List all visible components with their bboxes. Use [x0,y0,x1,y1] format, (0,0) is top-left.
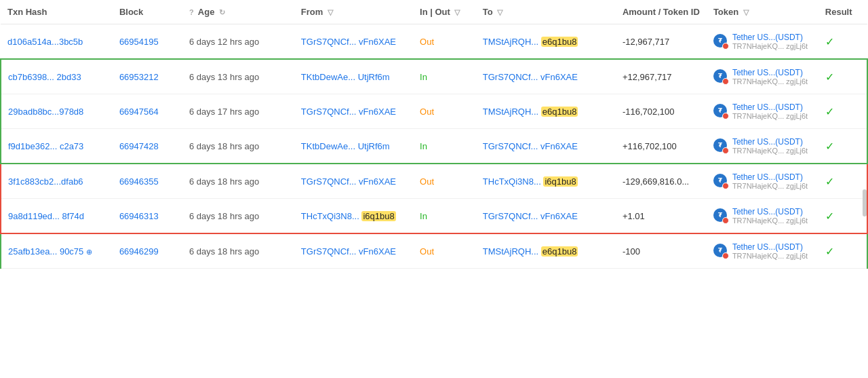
txn-hash-cell: f9d1be362... c2a73 [1,129,113,164]
table-row: 9a8d119ed... 8f74d 66946313 6 days 18 hr… [1,199,867,234]
token-name[interactable]: Tether US...(USDT) [732,68,808,77]
block-number-link[interactable]: 66947428 [119,141,159,151]
col-block: Block [113,0,182,24]
txn-hash-link[interactable]: 9a8d119ed... 8f74d [8,211,84,221]
token-filter-icon[interactable]: ▽ [743,8,749,17]
to-highlight: e6q1bu8 [541,107,578,117]
from-filter-icon[interactable]: ▽ [328,8,333,17]
to-address[interactable]: TGrS7QNCf... vFn6XAE [483,72,578,82]
token-name[interactable]: Tether US...(USDT) [732,207,808,216]
txn-hash-cell: 9a8d119ed... 8f74d [1,199,113,234]
token-icon-badge [722,43,729,50]
result-check-icon: ✓ [825,140,834,152]
transactions-table-wrapper: Txn Hash Block ? Age ↻ From ▽ In | Out ▽ [0,0,868,269]
txn-hash-link[interactable]: d106a514a...3bc5b [7,37,83,47]
result-cell: ✓ [818,164,867,199]
age-value: 6 days 13 hrs ago [189,72,259,82]
token-name[interactable]: Tether US...(USDT) [732,242,808,252]
block-cell: 66953212 [113,59,182,94]
result-check-icon: ✓ [825,176,834,187]
from-cell: TKtbDewAe... UtjRf6m [294,59,413,94]
txn-hash-cell: cb7b6398... 2bd33 [1,59,113,94]
from-cell: THcTxQi3N8... i6q1bu8 [294,199,413,234]
amount-value: +1.01 [623,211,645,221]
direction-cell: In [413,129,476,164]
from-address[interactable]: TGrS7QNCf... vFn6XAE [301,37,396,47]
token-info: Tether US...(USDT) TR7NHajeKQ... zgjLj6t [732,68,808,86]
table-row: 25afb13ea... 90c75 ⊕ 66946299 6 days 18 … [1,233,867,269]
token-name[interactable]: Tether US...(USDT) [732,172,808,182]
token-icon-badge [722,183,729,189]
direction-cell: Out [413,24,476,60]
token-icon: ₮ [713,208,728,223]
to-address[interactable]: TMStAjRQH... e6q1bu8 [483,37,578,47]
token-icon: ₮ [713,138,728,153]
to-address[interactable]: TGrS7QNCf... vFn6XAE [483,141,578,151]
to-address[interactable]: THcTxQi3N8... i6q1bu8 [483,176,578,187]
txn-hash-link[interactable]: f9d1be362... c2a73 [8,141,83,151]
token-sub: TR7NHajeKQ... zgjLj6t [732,112,808,120]
token-name[interactable]: Tether US...(USDT) [732,137,808,147]
from-cell: TGrS7QNCf... vFn6XAE [294,24,413,60]
to-address[interactable]: TMStAjRQH... e6q1bu8 [483,107,578,117]
direction-badge: Out [420,107,434,117]
to-filter-icon[interactable]: ▽ [497,8,502,17]
from-address[interactable]: TKtbDewAe... UtjRf6m [301,141,390,151]
block-number-link[interactable]: 66946313 [119,211,159,221]
txn-copy-icon[interactable]: ⊕ [86,248,92,256]
table-row: f9d1be362... c2a73 66947428 6 days 18 hr… [1,129,867,164]
token-info: Tether US...(USDT) TR7NHajeKQ... zgjLj6t [732,172,808,190]
to-cell: TGrS7QNCf... vFn6XAE [476,199,616,234]
result-cell: ✓ [818,59,867,94]
block-number-link[interactable]: 66954195 [119,37,159,47]
from-address[interactable]: TGrS7QNCf... vFn6XAE [301,176,396,187]
txn-hash-link[interactable]: 3f1c883cb2...dfab6 [8,176,83,187]
amount-cell: +12,967,717 [616,59,707,94]
from-address[interactable]: TGrS7QNCf... vFn6XAE [301,246,396,257]
transactions-table: Txn Hash Block ? Age ↻ From ▽ In | Out ▽ [0,0,868,269]
token-sub: TR7NHajeKQ... zgjLj6t [732,42,808,50]
token-sub: TR7NHajeKQ... zgjLj6t [732,252,808,260]
in-out-filter-icon[interactable]: ▽ [454,8,460,17]
to-address[interactable]: TMStAjRQH... e6q1bu8 [483,246,578,257]
age-value: 6 days 17 hrs ago [189,107,259,117]
token-cell-wrapper: ₮ Tether US...(USDT) TR7NHajeKQ... zgjLj… [707,24,818,60]
block-number-link[interactable]: 66953212 [119,72,159,82]
token-cell-wrapper: ₮ Tether US...(USDT) TR7NHajeKQ... zgjLj… [707,233,818,269]
result-cell: ✓ [818,233,867,269]
token-cell-wrapper: ₮ Tether US...(USDT) TR7NHajeKQ... zgjLj… [707,94,818,129]
txn-hash-link[interactable]: cb7b6398... 2bd33 [8,72,81,82]
to-highlight: e6q1bu8 [541,246,578,257]
token-name[interactable]: Tether US...(USDT) [732,33,808,42]
token-icon-badge [722,147,729,154]
table-row: d106a514a...3bc5b 66954195 6 days 12 hrs… [1,24,867,60]
token-sub: TR7NHajeKQ... zgjLj6t [732,147,808,155]
from-address[interactable]: TGrS7QNCf... vFn6XAE [301,107,396,117]
direction-badge: Out [420,176,434,187]
col-from: From ▽ [294,0,413,24]
token-icon-badge [722,113,729,119]
table-row: 3f1c883cb2...dfab6 66946355 6 days 18 hr… [1,164,867,199]
block-number-link[interactable]: 66946355 [119,176,159,187]
txn-hash-link[interactable]: 29badb8bc...978d8 [8,107,83,117]
direction-cell: Out [413,94,476,129]
from-address[interactable]: THcTxQi3N8... i6q1bu8 [301,211,396,221]
age-help-icon[interactable]: ? [189,8,194,16]
to-address[interactable]: TGrS7QNCf... vFn6XAE [483,211,578,221]
token-cell: ₮ Tether US...(USDT) TR7NHajeKQ... zgjLj… [713,33,812,50]
scrollbar-indicator[interactable] [863,189,867,216]
block-number-link[interactable]: 66946299 [119,246,159,257]
token-icon: ₮ [713,34,728,49]
txn-hash-link[interactable]: 25afb13ea... 90c75 [8,246,83,257]
block-cell: 66954195 [113,24,182,60]
from-address-part2: UtjRf6m [358,141,390,151]
token-info: Tether US...(USDT) TR7NHajeKQ... zgjLj6t [732,102,808,120]
block-number-link[interactable]: 66947564 [119,107,159,117]
block-cell: 66946313 [113,199,182,234]
token-name[interactable]: Tether US...(USDT) [732,102,808,112]
age-value: 6 days 18 hrs ago [189,211,259,221]
from-address[interactable]: TKtbDewAe... UtjRf6m [301,72,390,82]
txn-hash-cell: 29badb8bc...978d8 [1,94,113,129]
txn-hash-cell: 25afb13ea... 90c75 ⊕ [1,233,113,269]
age-refresh-icon[interactable]: ↻ [219,8,225,17]
